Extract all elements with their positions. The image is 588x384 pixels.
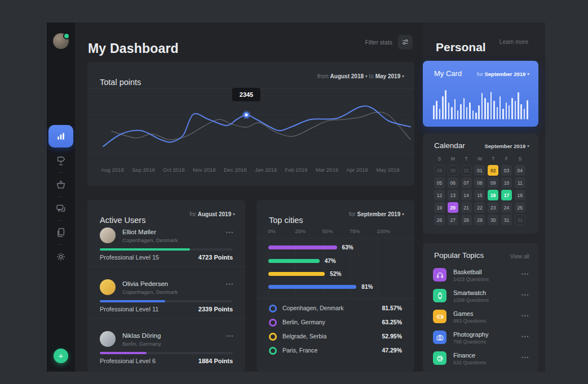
calendar-day[interactable]: 21 (461, 202, 472, 213)
mini-bar (445, 90, 446, 119)
calendar-day[interactable]: 02 (488, 165, 498, 176)
calendar-day[interactable]: 06 (448, 177, 458, 188)
period-selector-top-cities[interactable]: for September 2019 ▾ (349, 211, 404, 217)
chat-icon (55, 203, 67, 214)
legend-value: 52.95% (382, 333, 402, 340)
calendar-day[interactable]: 11 (515, 177, 525, 188)
period-value[interactable]: September 2019 (357, 211, 400, 217)
calendar-day[interactable]: 31 (501, 215, 512, 225)
calendar-day-headers: SMTWTFS (434, 156, 525, 162)
city-bar-value: 81% (361, 284, 373, 290)
calendar-day[interactable]: 22 (474, 202, 485, 213)
period-selector-active-users[interactable]: for August 2019 ▾ (189, 211, 235, 217)
more-icon[interactable]: ••• (521, 271, 529, 277)
calendar-day[interactable]: 18 (515, 190, 525, 200)
calendar-day[interactable]: 27 (448, 215, 458, 225)
date-range-selector[interactable]: from August 2018 ▾ to May 2019 ▾ (317, 73, 404, 79)
calendar-day[interactable]: 13 (448, 190, 458, 200)
calendar-day[interactable]: 12 (434, 190, 445, 200)
calendar-day[interactable]: 03 (501, 165, 512, 176)
calendar-day[interactable]: 15 (474, 190, 485, 200)
more-icon[interactable]: ••• (521, 292, 529, 298)
my-card[interactable]: My Card for September 2019 ▾ (423, 61, 538, 127)
topic-row[interactable]: Basketball1423 Questions••• (423, 268, 538, 285)
filter-sliders-icon[interactable] (398, 35, 413, 50)
mini-bar (478, 105, 480, 119)
sidebar-item-documents[interactable] (55, 227, 67, 238)
calendar-day[interactable]: 08 (474, 177, 485, 188)
x-axis-label: Dec 2018 (224, 167, 247, 173)
calendar-day[interactable]: 29 (474, 215, 485, 225)
calendar-day[interactable]: 23 (488, 202, 498, 213)
from-value[interactable]: August 2018 (330, 73, 364, 79)
more-icon[interactable]: ••• (521, 334, 529, 340)
period-selector-calendar[interactable]: September 2019 ▾ (484, 143, 529, 149)
personal-title: Personal (436, 41, 486, 54)
day-header: W (474, 156, 485, 162)
sidebar-item-explore[interactable] (55, 155, 67, 166)
city-bar[interactable] (268, 259, 320, 263)
more-icon[interactable]: ••• (521, 355, 529, 360)
calendar-day[interactable]: 30 (488, 215, 498, 225)
avatar (100, 279, 116, 295)
calendar-day[interactable]: 20 (448, 202, 458, 213)
city-bar[interactable] (268, 285, 356, 289)
calendar-day[interactable]: 05 (434, 177, 445, 188)
for-label: for (189, 211, 196, 217)
user-avatar[interactable] (53, 33, 69, 49)
calendar-day[interactable]: 10 (501, 177, 512, 188)
calendar-day[interactable]: 16 (488, 190, 498, 200)
legend-city: Copenhagen, Denmark (282, 305, 344, 311)
filter-stats-button[interactable]: Filter stats (365, 35, 413, 50)
city-bar[interactable] (268, 272, 325, 276)
progress-track (100, 352, 233, 354)
period-value[interactable]: September 2019 (484, 71, 525, 77)
chevron-down-icon: ▾ (402, 212, 404, 217)
calendar-day[interactable]: 26 (434, 215, 445, 225)
mini-bar (493, 101, 495, 119)
topic-row[interactable]: Finance632 Questions••• (423, 351, 538, 368)
topic-row[interactable]: Photography788 Questions••• (423, 331, 538, 347)
more-icon[interactable]: ••• (226, 282, 234, 287)
calendar-day[interactable]: 01 (474, 165, 485, 176)
calendar-day[interactable]: 14 (461, 190, 472, 200)
bar-chart-icon (56, 131, 66, 141)
calendar-day[interactable]: 31 (515, 215, 525, 225)
learn-more-link[interactable]: Learn more (499, 39, 528, 45)
calendar-day[interactable]: 17 (501, 190, 512, 200)
add-button[interactable]: + (54, 349, 68, 363)
calendar-day[interactable]: 19 (434, 202, 445, 213)
calendar-day[interactable]: 09 (488, 177, 498, 188)
highlight-point[interactable] (244, 113, 249, 117)
topic-row[interactable]: Games983 Questions••• (423, 310, 538, 327)
period-value[interactable]: September 2019 (484, 143, 525, 149)
city-bar[interactable] (268, 245, 337, 249)
sidebar-item-dashboard[interactable] (48, 125, 73, 148)
calendar-day[interactable]: 25 (515, 202, 525, 213)
view-all-link[interactable]: View all (510, 253, 529, 260)
mini-bar (527, 100, 528, 119)
mini-bar (454, 99, 456, 119)
period-value[interactable]: August 2019 (198, 211, 231, 217)
calendar-day[interactable]: 24 (501, 202, 512, 213)
sidebar-item-settings[interactable] (55, 251, 67, 262)
calendar-day[interactable]: 29 (434, 165, 445, 176)
period-selector-my-card[interactable]: for September 2019 ▾ (477, 71, 529, 77)
for-label: for (349, 211, 356, 217)
calendar-day[interactable]: 30 (448, 165, 458, 176)
calendar-day[interactable]: 28 (461, 215, 472, 225)
gamepad-icon (433, 310, 446, 323)
row-divider (87, 266, 245, 267)
more-icon[interactable]: ••• (521, 313, 529, 319)
calendar-day[interactable]: 31 (461, 165, 472, 176)
topic-row[interactable]: Smartwatch1299 Questions••• (423, 289, 538, 306)
day-header: S (434, 156, 445, 162)
calendar-day[interactable]: 04 (515, 165, 525, 176)
legend-city: Berlin, Germany (282, 319, 325, 325)
sidebar-item-messages[interactable] (55, 203, 67, 214)
calendar-day[interactable]: 07 (461, 177, 472, 188)
more-icon[interactable]: ••• (226, 230, 234, 235)
sidebar-item-shop[interactable] (55, 179, 67, 190)
more-icon[interactable]: ••• (226, 333, 234, 339)
to-value[interactable]: May 2019 (375, 73, 400, 79)
